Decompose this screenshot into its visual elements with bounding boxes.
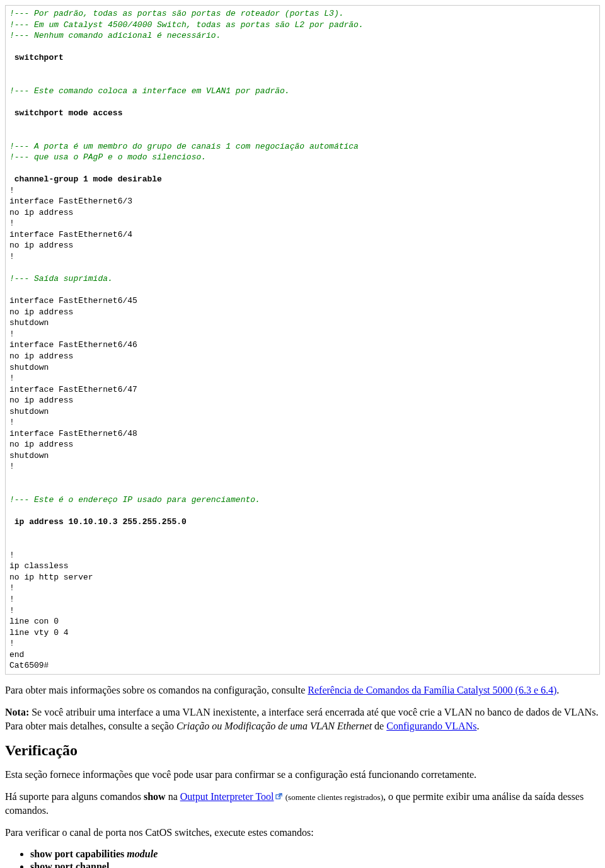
code-command: switchport mode access	[9, 108, 122, 118]
text: .	[476, 721, 479, 731]
list-item: show port capabilities module	[30, 848, 600, 860]
code-line: no ip address	[9, 351, 73, 361]
text-small: (somente clientes registrados)	[284, 792, 383, 802]
code-line: !	[9, 583, 14, 593]
text: Há suporte para alguns comandos	[5, 791, 144, 802]
code-command: ip address 10.10.10.3 255.255.255.0	[9, 517, 187, 527]
code-line: !	[9, 551, 14, 560]
code-comment: !--- Este comando coloca a interface em …	[9, 86, 290, 96]
code-line: !	[9, 252, 14, 261]
command-list: show port capabilities module show port …	[5, 848, 600, 868]
text: de	[372, 721, 386, 731]
code-line: interface FastEthernet6/3	[9, 197, 132, 206]
code-line: !	[9, 418, 14, 427]
heading-verificacao: Verificação	[5, 742, 600, 759]
link-configurando-vlans[interactable]: Configurando VLANs	[386, 721, 476, 731]
code-line: interface FastEthernet6/46	[9, 340, 137, 350]
command-name: show port capabilities	[30, 848, 127, 859]
code-line: no ip http server	[9, 573, 93, 582]
code-line: shutdown	[9, 451, 49, 460]
code-comment: !--- Em um Catalyst 4500/4000 Switch, to…	[9, 20, 364, 30]
emphasis: Criação ou Modificação de uma VLAN Ether…	[176, 721, 372, 731]
code-line: !	[9, 329, 14, 339]
code-line: !	[9, 595, 14, 604]
svg-rect-0	[275, 795, 279, 799]
code-line: !	[9, 639, 14, 648]
code-line: Cat6509#	[9, 661, 49, 670]
nota-label: Nota:	[5, 707, 29, 717]
link-output-interpreter-tool[interactable]: Output Interpreter Tool	[180, 791, 274, 802]
config-code-block: !--- Por padrão, todas as portas são por…	[5, 5, 600, 675]
external-link-icon	[275, 793, 282, 800]
code-line: shutdown	[9, 407, 49, 416]
code-comment: !--- A porta é um membro do grupo de can…	[9, 142, 359, 151]
bold-show: show	[144, 791, 166, 802]
code-line: no ip address	[9, 208, 73, 217]
code-command: switchport	[9, 53, 64, 62]
code-line: !	[9, 186, 14, 195]
text: na	[166, 791, 180, 802]
paragraph-verificacao-intro: Esta seção fornece informações que você …	[5, 768, 600, 782]
code-comment: !--- Nenhum comando adicional é necessár…	[9, 31, 221, 40]
code-line: interface FastEthernet6/4	[9, 230, 132, 239]
paragraph-command-reference: Para obter mais informações sobre os com…	[5, 683, 600, 697]
code-line: no ip address	[9, 307, 73, 317]
paragraph-output-interpreter: Há suporte para alguns comandos show na …	[5, 790, 600, 817]
code-line: ip classless	[9, 561, 69, 571]
code-line: no ip address	[9, 396, 73, 405]
code-line: interface FastEthernet6/48	[9, 429, 137, 438]
code-line: shutdown	[9, 318, 49, 328]
code-line: no ip address	[9, 440, 73, 449]
code-comment: !--- Por padrão, todas as portas são por…	[9, 9, 344, 18]
command-name: show port channel	[30, 861, 109, 868]
code-line: !	[9, 374, 14, 383]
code-line: !	[9, 606, 14, 615]
code-line: !	[9, 462, 14, 471]
link-command-reference[interactable]: Referência de Comandos da Família Cataly…	[308, 685, 556, 695]
list-item: show port channel	[30, 861, 600, 868]
code-line: interface FastEthernet6/45	[9, 296, 137, 306]
code-line: interface FastEthernet6/47	[9, 385, 137, 394]
code-line: !	[9, 219, 14, 228]
code-command: channel-group 1 mode desirable	[9, 174, 162, 184]
paragraph-catos-commands: Para verificar o canal de porta nos CatO…	[5, 826, 600, 840]
text: .	[556, 685, 559, 695]
text: Para obter mais informações sobre os com…	[5, 685, 308, 695]
code-comment: !--- Este é o endereço IP usado para ger…	[9, 495, 260, 505]
code-line: shutdown	[9, 363, 49, 372]
code-line: end	[9, 650, 24, 660]
code-line: no ip address	[9, 241, 73, 250]
code-comment: !--- que usa o PAgP e o modo silencioso.	[9, 152, 206, 162]
code-line: line vty 0 4	[9, 628, 69, 637]
command-arg: module	[127, 848, 158, 859]
code-comment: !--- Saída suprimida.	[9, 274, 113, 283]
paragraph-nota: Nota: Se você atribuir uma interface a u…	[5, 705, 600, 733]
code-line: line con 0	[9, 617, 59, 626]
